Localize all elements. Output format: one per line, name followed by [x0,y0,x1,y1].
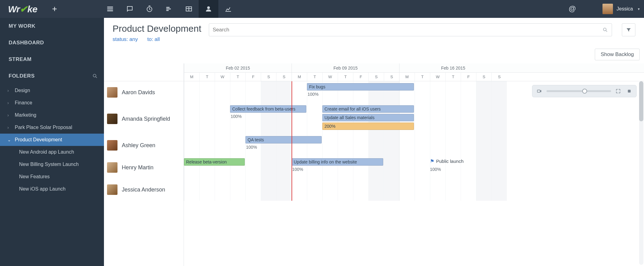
content: Product Development status: any to: all … [104,18,644,266]
status-filter[interactable]: status: any [113,36,138,42]
folder-label: Design [15,88,30,93]
day-header: S [276,73,292,81]
sidebar-dashboard[interactable]: DASHBOARD [0,34,104,51]
person-row[interactable]: Jessica Anderson [104,179,184,201]
task-bar[interactable]: 200% [322,123,414,130]
avatar [602,4,613,14]
chevron-down-icon: ⌄ [7,137,12,142]
folder-row[interactable]: ›Finance [0,97,104,109]
media-control[interactable] [532,85,637,97]
sidebar-my-work[interactable]: MY WORK [0,18,104,34]
chevron-down-icon: ▼ [637,7,640,11]
workload-view-icon[interactable] [199,0,218,18]
avatar [107,184,117,195]
timer-icon[interactable] [140,0,159,18]
milestone[interactable]: ⚑Public launch [430,158,463,164]
day-header: F [461,73,476,81]
day-header: T [415,73,430,81]
svg-rect-6 [537,90,540,92]
page-title: Product Development [113,23,201,34]
day-header: T [307,73,322,81]
svg-point-4 [93,74,96,77]
search-input[interactable] [213,27,603,33]
user-menu[interactable]: Jessica ▼ [602,4,640,14]
folder-row[interactable]: ⌄Product Development [0,134,104,146]
person-row[interactable]: Aaron Davids [104,81,184,103]
week-header: Feb 09 2015 [292,63,399,72]
show-backlog-button[interactable]: Show Backlog [595,49,640,60]
sidebar-stream[interactable]: STREAM [0,51,104,68]
chevron-right-icon: › [7,125,12,130]
folder-row[interactable]: ›Marketing [0,109,104,121]
task-bar[interactable]: Update all Sales materials [322,114,414,121]
day-header: S [476,73,491,81]
day-header: S [261,73,276,81]
folder-label: Marketing [15,112,36,118]
logo[interactable]: Wr✔ke [8,4,37,14]
task-bar[interactable]: Collect feedback from beta-users [230,105,306,113]
person-row[interactable]: Ashley Green [104,134,184,156]
task-bar[interactable]: Release beta-version [184,158,245,166]
task-bar[interactable]: Fix bugs [307,83,414,91]
day-header: F [245,73,261,81]
day-header: S [368,73,384,81]
day-header: T [230,73,245,81]
avatar [107,140,117,151]
fullscreen-icon[interactable] [614,87,622,95]
gantt-icon[interactable] [159,0,179,18]
vertical-scrollbar[interactable] [639,81,643,265]
user-name: Jessica [617,6,633,12]
subfolder-row[interactable]: New Android app Launch [0,146,104,158]
folders-label: FOLDERS [9,73,35,79]
day-header: W [215,73,230,81]
chevron-right-icon: › [7,88,12,93]
week-header: Feb 02 2015 [184,63,292,72]
subfolder-row[interactable]: New iOS app Launch [0,183,104,195]
day-header: S [384,73,399,81]
subfolder-row[interactable]: New Billing System Launch [0,158,104,171]
media-slider[interactable] [547,90,611,92]
allocation-percent: 100% [430,167,441,172]
sidebar-folders-header[interactable]: FOLDERS [0,68,104,84]
task-bar[interactable]: QA tests [245,136,322,143]
analytics-icon[interactable] [218,0,238,18]
person-row[interactable]: Amanda Springfield [104,103,184,134]
table-view-icon[interactable] [179,0,199,18]
folder-label: Finance [15,100,32,106]
day-header: F [353,73,368,81]
timeline-row [184,156,644,179]
person-row[interactable]: Henry Martin [104,156,184,179]
svg-rect-7 [628,90,631,93]
chevron-right-icon: › [7,113,12,118]
chat-icon[interactable] [120,0,140,18]
flag-icon: ⚑ [430,158,434,164]
folder-row[interactable]: ›Design [0,84,104,97]
mentions-icon[interactable]: @ [568,4,576,14]
day-header: M [184,73,199,81]
day-header: T [199,73,215,81]
allocation-percent: 100% [246,145,257,150]
folder-row[interactable]: ›Park Place Solar Proposal [0,121,104,134]
avatar [107,114,117,124]
person-name: Jessica Anderson [122,187,165,193]
day-header: W [322,73,338,81]
timeline-grid[interactable]: Feb 02 2015Feb 09 2015Feb 16 2015 MTWTFS… [184,63,644,266]
person-name: Ashley Green [122,142,155,149]
sidebar: MY WORK DASHBOARD STREAM FOLDERS ›Design… [0,18,104,266]
inbox-icon[interactable] [586,4,594,14]
day-header: M [399,73,415,81]
task-bar[interactable]: Create email for all iOS users [322,105,414,113]
search-icon[interactable] [92,73,98,79]
add-button[interactable]: + [52,4,57,14]
assignee-filter[interactable]: to: all [147,36,160,42]
list-view-icon[interactable] [100,0,120,18]
workload-timeline: Aaron DavidsAmanda SpringfieldAshley Gre… [104,63,644,266]
record-icon[interactable] [535,87,543,95]
week-header: Feb 16 2015 [399,63,507,72]
folder-label: Product Development [15,137,62,143]
subfolder-row[interactable]: New Features [0,171,104,183]
filter-button[interactable] [622,23,635,36]
stop-icon[interactable] [625,87,633,95]
task-bar[interactable]: Update billing info on the website [292,158,383,166]
search-box[interactable] [209,23,612,36]
